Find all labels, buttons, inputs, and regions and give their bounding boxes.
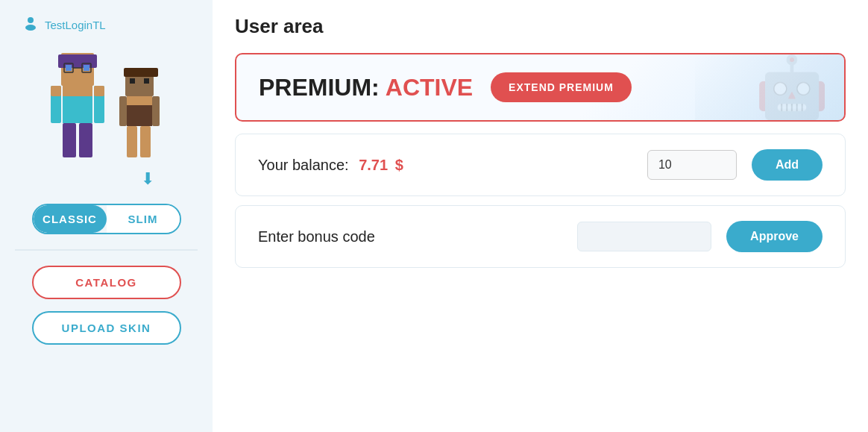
classic-toggle-button[interactable]: CLASSIC xyxy=(34,205,107,233)
svg-point-0 xyxy=(28,17,34,23)
approve-button[interactable]: Approve xyxy=(726,221,823,252)
page-title: User area xyxy=(235,15,846,38)
svg-rect-20 xyxy=(144,78,149,84)
balance-section: Your balance: 7.71 $ Add xyxy=(235,134,846,196)
balance-label-text: Your balance: xyxy=(258,157,349,173)
slim-skin-preview xyxy=(119,68,163,157)
svg-rect-5 xyxy=(84,65,89,71)
extend-premium-button[interactable]: EXTEND PREMIUM xyxy=(491,72,632,102)
svg-rect-21 xyxy=(127,96,152,105)
bonus-section: Enter bonus code Approve xyxy=(235,205,846,268)
balance-amount: 7.71 xyxy=(359,157,388,173)
svg-rect-13 xyxy=(51,86,61,96)
svg-rect-19 xyxy=(130,78,135,84)
sidebar: TestLoginTL xyxy=(0,0,213,432)
svg-point-1 xyxy=(25,25,36,31)
balance-input[interactable] xyxy=(647,150,737,180)
svg-rect-26 xyxy=(140,126,151,157)
skin-preview-area xyxy=(51,53,163,157)
username-label: TestLoginTL xyxy=(45,19,106,31)
svg-rect-22 xyxy=(127,105,152,126)
classic-skin-preview xyxy=(51,53,104,157)
svg-rect-18 xyxy=(124,68,158,77)
svg-rect-4 xyxy=(66,65,72,71)
banner-decoration: 🤖 xyxy=(755,53,829,122)
svg-rect-25 xyxy=(127,126,137,157)
catalog-button[interactable]: CATALOG xyxy=(32,266,181,299)
premium-label: PREMIUM:ACTIVE xyxy=(259,74,473,101)
upload-skin-button[interactable]: UPLOAD SKIN xyxy=(32,311,181,345)
bonus-code-input[interactable] xyxy=(577,222,711,251)
svg-rect-14 xyxy=(94,86,104,96)
premium-text: PREMIUM: xyxy=(259,74,380,101)
svg-rect-15 xyxy=(63,123,76,157)
premium-banner: PREMIUM:ACTIVE EXTEND PREMIUM 🤖 xyxy=(235,53,846,122)
sidebar-divider xyxy=(15,249,198,251)
download-skin-button[interactable]: ⬇ xyxy=(141,169,154,188)
premium-status-text: ACTIVE xyxy=(386,74,473,101)
svg-rect-24 xyxy=(152,96,160,126)
slim-toggle-button[interactable]: SLIM xyxy=(107,205,180,233)
svg-rect-9 xyxy=(63,86,92,96)
bonus-label: Enter bonus code xyxy=(258,228,562,245)
user-info: TestLoginTL xyxy=(22,15,106,35)
svg-rect-10 xyxy=(63,96,92,123)
svg-rect-23 xyxy=(119,96,127,126)
main-content: User area PREMIUM:ACTIVE EXTEND PREMIUM … xyxy=(213,0,868,432)
user-icon xyxy=(22,15,39,35)
add-balance-button[interactable]: Add xyxy=(752,149,823,181)
balance-label: Your balance: 7.71 $ xyxy=(258,157,632,174)
balance-currency: $ xyxy=(395,157,403,173)
skin-type-toggle[interactable]: CLASSIC SLIM xyxy=(32,204,181,234)
svg-rect-16 xyxy=(79,123,92,157)
